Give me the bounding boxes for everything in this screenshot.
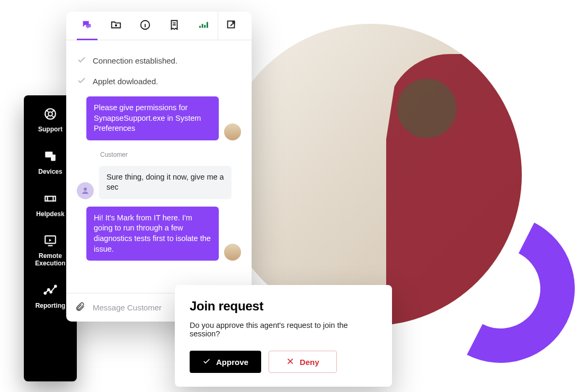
sidebar-item-label: Reporting xyxy=(35,302,66,310)
status-line: Applet dowloaded. xyxy=(77,76,241,87)
agent-avatar xyxy=(224,123,241,140)
lifebuoy-icon xyxy=(43,107,57,123)
hero-photo xyxy=(220,24,522,326)
sidebar-item-label: Devices xyxy=(38,168,62,176)
close-icon xyxy=(286,357,295,367)
deny-label: Deny xyxy=(300,358,319,367)
sidebar-item-label: Support xyxy=(38,126,63,133)
join-actions: Approve Deny xyxy=(190,351,377,373)
svg-point-1 xyxy=(48,112,52,116)
customer-message: Sure thing, doing it now, give me a sec xyxy=(99,166,231,199)
join-body: Do you approve this agent's request to j… xyxy=(190,321,377,338)
sidebar-item-label: Helpdesk xyxy=(36,211,64,218)
check-icon xyxy=(77,55,86,66)
tab-chat[interactable] xyxy=(73,12,102,40)
svg-point-12 xyxy=(84,188,87,191)
deny-button[interactable]: Deny xyxy=(269,351,337,373)
svg-point-5 xyxy=(44,292,46,294)
svg-rect-3 xyxy=(51,155,56,161)
join-request-card: Join request Do you approve this agent's… xyxy=(175,285,392,387)
attachment-icon[interactable] xyxy=(75,301,85,314)
agent-message: Hi! It's Mark from IT here. I'm going to… xyxy=(86,207,219,261)
tab-popout[interactable] xyxy=(218,12,245,40)
reporting-icon xyxy=(43,283,57,299)
svg-point-9 xyxy=(115,24,117,25)
tab-analytics[interactable] xyxy=(189,12,218,40)
chat-tabs xyxy=(66,12,252,40)
chat-panel: Connection established. Applet dowloaded… xyxy=(66,12,252,322)
ticket-icon xyxy=(43,192,57,208)
info-icon xyxy=(139,19,151,33)
tab-files[interactable] xyxy=(102,12,131,40)
analytics-icon xyxy=(198,19,209,33)
approve-label: Approve xyxy=(216,358,248,367)
popout-icon xyxy=(226,19,237,33)
chat-messages: Connection established. Applet dowloaded… xyxy=(66,40,252,293)
customer-avatar xyxy=(77,182,94,199)
customer-label: Customer xyxy=(100,151,241,158)
agent-message: Please give permissions for SynapseSuppo… xyxy=(86,96,219,140)
devices-icon xyxy=(43,149,57,165)
svg-point-6 xyxy=(48,289,49,290)
tab-info[interactable] xyxy=(131,12,160,40)
chat-icon xyxy=(81,19,93,33)
notes-icon xyxy=(168,19,180,33)
tab-notes[interactable] xyxy=(159,12,189,40)
approve-button[interactable]: Approve xyxy=(190,351,261,373)
remote-exec-icon xyxy=(43,234,57,250)
svg-point-7 xyxy=(50,291,51,293)
message-row: Hi! It's Mark from IT here. I'm going to… xyxy=(77,207,241,261)
message-row: Sure thing, doing it now, give me a sec xyxy=(77,166,241,199)
agent-avatar xyxy=(224,244,241,261)
sidebar-item-label: Remote Execution xyxy=(35,253,65,268)
message-row: Please give permissions for SynapseSuppo… xyxy=(77,96,241,140)
svg-point-8 xyxy=(55,286,56,287)
check-icon xyxy=(202,357,211,367)
status-line: Connection established. xyxy=(77,55,241,66)
check-icon xyxy=(77,76,86,87)
join-title: Join request xyxy=(190,299,377,314)
status-text: Connection established. xyxy=(93,56,177,65)
status-text: Applet dowloaded. xyxy=(93,77,158,86)
folder-icon xyxy=(110,19,122,33)
